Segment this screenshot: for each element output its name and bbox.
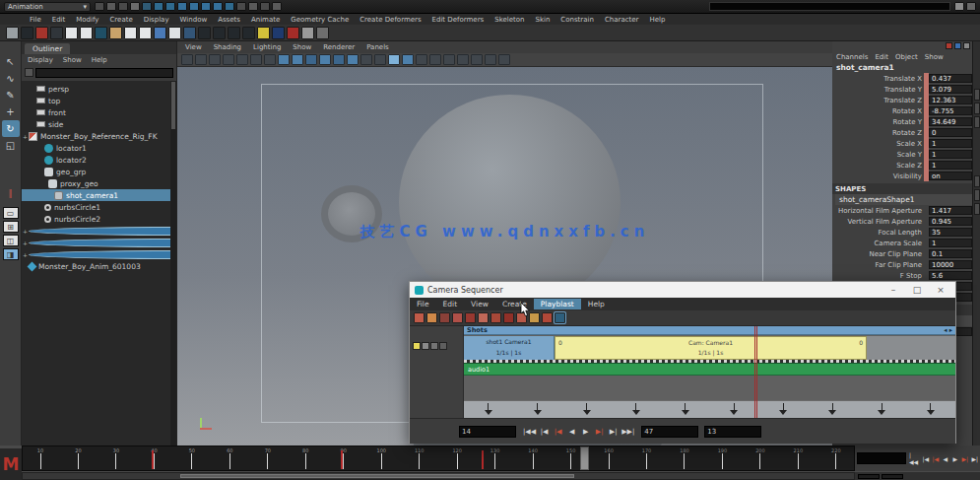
channel-value-field[interactable]: 1 <box>929 150 972 159</box>
channel-value-field[interactable]: 1 <box>929 239 972 247</box>
close-button[interactable]: × <box>931 285 950 295</box>
channel-value-field[interactable]: 1.417 <box>929 206 972 215</box>
channel-value-field[interactable]: 0.437 <box>929 74 972 83</box>
menu-set-selector[interactable]: Animation ▾ <box>4 2 91 12</box>
sequencer-toolbar-icon[interactable] <box>555 312 565 323</box>
status-toolbar-icon[interactable] <box>248 2 258 11</box>
outliner-menu-item[interactable]: Show <box>63 56 82 64</box>
shelf-tool-icon[interactable] <box>139 27 152 39</box>
outliner-item[interactable]: + Monster_Boy_WALK_WK120312 <box>22 237 170 248</box>
sequencer-toolbar-icon[interactable] <box>542 312 553 323</box>
shelf-tool-icon[interactable] <box>183 27 196 39</box>
channel-value-field[interactable]: 34.649 <box>929 117 972 126</box>
panel-switch-icon[interactable] <box>954 42 961 49</box>
attribute-editor-tab[interactable] <box>974 89 980 101</box>
menu-item[interactable]: Display <box>144 16 169 24</box>
channel-value-field[interactable]: 0.1 <box>929 249 972 258</box>
shelf-tool-icon[interactable] <box>228 27 240 39</box>
keyframe-tick[interactable] <box>341 450 343 469</box>
shelf-tool-icon[interactable] <box>50 27 63 39</box>
channel-value-field[interactable]: 1 <box>929 139 972 148</box>
viewport-toolbar-icon[interactable] <box>402 54 414 65</box>
playback-button[interactable]: ◀ <box>941 452 949 465</box>
channel-box-tab[interactable] <box>974 116 980 128</box>
sequencer-time-ruler[interactable] <box>464 400 955 418</box>
viewport-toolbar-icon[interactable] <box>223 54 234 65</box>
viewport-toolbar-icon[interactable] <box>443 54 455 65</box>
status-right-icon[interactable] <box>966 2 976 11</box>
channel-value-field[interactable]: 10000 <box>929 260 972 269</box>
keyframe-tick[interactable] <box>482 450 484 469</box>
shot-info-cell[interactable]: shot1 Camera1 1/1s | 1s <box>464 336 555 360</box>
playback-button[interactable]: ▶ <box>950 452 959 465</box>
outliner-search-input[interactable] <box>35 68 173 78</box>
viewport-toolbar-icon[interactable] <box>498 54 510 65</box>
status-toolbar-icon[interactable] <box>106 2 116 11</box>
viewport-toolbar-icon[interactable] <box>457 54 469 65</box>
outliner-item[interactable]: persp <box>22 83 170 95</box>
channel-value-field[interactable]: 12.363 <box>929 96 972 104</box>
shape-node-name[interactable]: shot_cameraShape1 <box>835 194 972 205</box>
viewport-toolbar-icon[interactable] <box>305 54 317 65</box>
status-toolbar-icon[interactable] <box>260 2 270 11</box>
menu-item[interactable]: Assets <box>218 16 240 24</box>
scrollbar-thumb[interactable] <box>171 82 175 129</box>
shelf-tool-icon[interactable] <box>316 27 329 39</box>
sequencer-toolbar-icon[interactable] <box>478 312 489 323</box>
playback-button[interactable]: ▶| <box>970 452 979 465</box>
playback-button[interactable]: |◀ <box>552 425 564 438</box>
status-right-icon[interactable] <box>954 2 964 11</box>
menu-item[interactable]: Edit Deformers <box>432 16 485 24</box>
shelf-tool-icon[interactable] <box>80 27 93 39</box>
outliner-item[interactable]: nurbsCircle1 <box>22 201 170 213</box>
sequencer-toolbar-icon[interactable] <box>503 312 514 323</box>
viewport-toolbar-icon[interactable] <box>333 54 345 65</box>
sequencer-toolbar-icon[interactable] <box>439 312 450 323</box>
current-frame-field[interactable] <box>857 452 906 464</box>
strip-button[interactable] <box>974 203 980 215</box>
shelf-tool-icon[interactable] <box>213 27 226 39</box>
viewport-menu-item[interactable]: Lighting <box>253 43 281 51</box>
status-toolbar-icon[interactable] <box>118 2 128 11</box>
viewport-toolbar-icon[interactable] <box>347 54 359 65</box>
shelf-tool-icon[interactable] <box>198 27 211 39</box>
last-tool-used-button[interactable]: ‖ <box>2 185 20 202</box>
command-line-input[interactable] <box>709 2 950 11</box>
menu-item[interactable]: Geometry Cache <box>291 16 349 24</box>
outliner-item[interactable]: + Monster_Boy_Run_MDF03 <box>22 248 170 260</box>
status-toolbar-icon[interactable] <box>201 2 211 11</box>
expand-icon[interactable]: + <box>22 133 29 140</box>
menu-item[interactable]: Skeleton <box>494 16 524 24</box>
tool-button[interactable]: + <box>2 103 20 120</box>
channel-value-field[interactable]: 5.079 <box>929 85 972 94</box>
window-title-bar[interactable]: Camera Sequencer – □ × <box>410 282 955 298</box>
channel-value-field[interactable]: 5.6 <box>929 271 972 280</box>
viewport-menu-item[interactable]: Renderer <box>323 43 355 51</box>
expand-icon[interactable]: + <box>22 251 29 258</box>
shelf-tool-icon[interactable] <box>154 27 166 39</box>
status-toolbar-icon[interactable] <box>165 2 175 11</box>
sequencer-toolbar-icon[interactable] <box>452 312 463 323</box>
menu-item[interactable]: Create Deformers <box>359 16 421 24</box>
panel-switch-icon[interactable] <box>946 42 952 49</box>
status-toolbar-icon[interactable] <box>177 2 187 11</box>
current-frame-marker[interactable] <box>580 446 589 470</box>
shelf-tool-icon[interactable] <box>109 27 122 39</box>
menu-item[interactable]: Create <box>109 16 132 24</box>
status-toolbar-icon[interactable] <box>189 2 199 11</box>
shelf-tool-icon[interactable] <box>65 27 78 39</box>
menu-item[interactable]: Help <box>649 16 665 24</box>
tool-button[interactable]: ↖ <box>2 53 20 70</box>
outliner-item[interactable]: front <box>22 106 170 118</box>
outliner-item[interactable]: nurbsCircle2 <box>22 213 170 225</box>
track-color-swatch[interactable] <box>430 342 438 350</box>
status-toolbar-icon[interactable] <box>154 2 163 11</box>
menu-item[interactable]: Modify <box>76 16 98 24</box>
shelf-tool-icon[interactable] <box>301 27 314 39</box>
viewport-menu-item[interactable]: View <box>185 43 202 51</box>
panel-switch-icon[interactable] <box>963 42 970 49</box>
playback-button[interactable]: |◀ <box>931 452 940 465</box>
viewport-toolbar-icon[interactable] <box>471 54 483 65</box>
channel-value-field[interactable]: -8.755 <box>929 106 972 115</box>
sequencer-menu-item[interactable]: View <box>464 299 495 309</box>
